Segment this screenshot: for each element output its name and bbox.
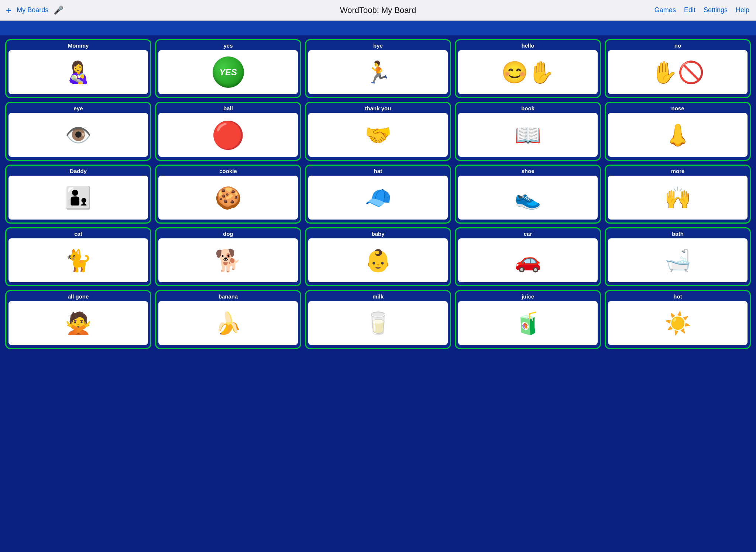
card-image-nose: 👃 [608,113,748,157]
card-image-no: ✋🚫 [608,50,748,94]
card-label-yes: yes [158,42,298,49]
card-label-car: car [458,231,598,237]
games-button[interactable]: Games [654,5,677,15]
card-no[interactable]: no✋🚫 [605,39,751,98]
card-label-dog: dog [158,231,298,237]
card-cat[interactable]: cat🐈 [5,227,151,286]
card-thankyou[interactable]: thank you🤝 [305,102,451,161]
card-label-mommy: Mommy [8,42,148,49]
card-image-allgone: 🙅 [8,301,148,345]
card-image-hot: ☀️ [608,301,748,345]
card-image-daddy: 👨‍👦 [8,176,148,220]
card-label-ball: ball [158,105,298,111]
card-image-bye: 🏃 [308,50,448,94]
card-mommy[interactable]: Mommy👩‍🍼 [5,39,151,98]
card-hot[interactable]: hot☀️ [605,290,751,349]
card-hello[interactable]: hello😊✋ [455,39,601,98]
header-right: Games Edit Settings Help [502,5,750,15]
header-left: + My Boards 🎤 [6,5,254,15]
card-image-hello: 😊✋ [458,50,598,94]
card-image-hat: 🧢 [308,176,448,220]
card-label-juice: juice [458,293,598,300]
card-image-mommy: 👩‍🍼 [8,50,148,94]
card-milk[interactable]: milk🥛 [305,290,451,349]
card-image-book: 📖 [458,113,598,157]
card-image-thankyou: 🤝 [308,113,448,157]
card-baby[interactable]: baby👶 [305,227,451,286]
card-more[interactable]: more🙌 [605,165,751,224]
card-label-book: book [458,105,598,111]
card-label-hot: hot [608,293,748,300]
card-image-bath: 🛁 [608,238,748,282]
card-label-bye: bye [308,42,448,49]
card-nose[interactable]: nose👃 [605,102,751,161]
card-label-no: no [608,42,748,49]
card-image-cookie: 🍪 [158,176,298,220]
card-eye[interactable]: eye👁️ [5,102,151,161]
card-label-cookie: cookie [158,168,298,174]
app-header: + My Boards 🎤 WordToob: My Board Games E… [0,0,756,21]
banner-strip [0,21,756,35]
card-image-cat: 🐈 [8,238,148,282]
board-grid: Mommy👩‍🍼yesYESbye🏃hello😊✋no✋🚫eye👁️ball🔴t… [5,39,751,349]
card-cookie[interactable]: cookie🍪 [155,165,301,224]
card-label-cat: cat [8,231,148,237]
card-image-juice: 🧃 [458,301,598,345]
card-image-ball: 🔴 [158,113,298,157]
mic-button[interactable]: 🎤 [54,6,63,15]
board-grid-container: Mommy👩‍🍼yesYESbye🏃hello😊✋no✋🚫eye👁️ball🔴t… [0,35,756,354]
add-button[interactable]: + [6,6,11,15]
card-label-hat: hat [308,168,448,174]
card-book[interactable]: book📖 [455,102,601,161]
card-daddy[interactable]: Daddy👨‍👦 [5,165,151,224]
card-label-bath: bath [608,231,748,237]
card-label-milk: milk [308,293,448,300]
card-dog[interactable]: dog🐕 [155,227,301,286]
card-label-hello: hello [458,42,598,49]
card-label-allgone: all gone [8,293,148,300]
card-label-more: more [608,168,748,174]
yes-circle: YES [213,56,244,88]
card-image-shoe: 👟 [458,176,598,220]
card-banana[interactable]: banana🍌 [155,290,301,349]
card-label-eye: eye [8,105,148,111]
card-image-milk: 🥛 [308,301,448,345]
card-label-shoe: shoe [458,168,598,174]
card-bye[interactable]: bye🏃 [305,39,451,98]
card-juice[interactable]: juice🧃 [455,290,601,349]
card-image-banana: 🍌 [158,301,298,345]
card-label-banana: banana [158,293,298,300]
card-car[interactable]: car🚗 [455,227,601,286]
card-bath[interactable]: bath🛁 [605,227,751,286]
mic-icon: 🎤 [54,6,63,15]
card-label-nose: nose [608,105,748,111]
card-ball[interactable]: ball🔴 [155,102,301,161]
card-yes[interactable]: yesYES [155,39,301,98]
help-button[interactable]: Help [735,5,750,15]
card-label-baby: baby [308,231,448,237]
card-image-dog: 🐕 [158,238,298,282]
card-hat[interactable]: hat🧢 [305,165,451,224]
add-icon: + [6,6,11,15]
edit-button[interactable]: Edit [683,5,696,15]
card-image-yes: YES [158,50,298,94]
card-allgone[interactable]: all gone🙅 [5,290,151,349]
page-title: WordToob: My Board [254,6,502,15]
card-image-more: 🙌 [608,176,748,220]
my-boards-button[interactable]: My Boards [16,5,49,15]
card-image-eye: 👁️ [8,113,148,157]
card-label-daddy: Daddy [8,168,148,174]
card-label-thankyou: thank you [308,105,448,111]
settings-button[interactable]: Settings [703,5,728,15]
card-image-car: 🚗 [458,238,598,282]
card-shoe[interactable]: shoe👟 [455,165,601,224]
card-image-baby: 👶 [308,238,448,282]
